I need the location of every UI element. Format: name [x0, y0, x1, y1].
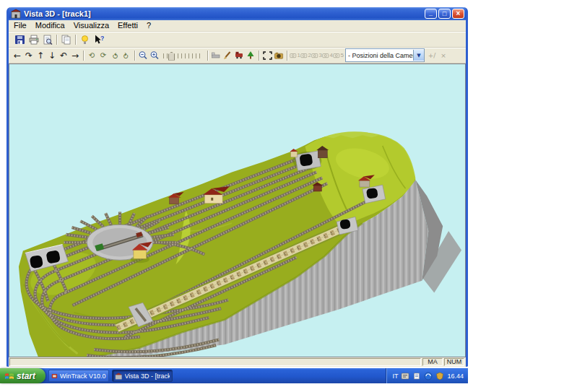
vista3d-icon: [115, 372, 123, 380]
tray-icon-1[interactable]: [401, 372, 409, 380]
language-indicator[interactable]: IT: [392, 373, 398, 380]
delete-camera-position-button[interactable]: ×: [438, 49, 448, 61]
context-help-button[interactable]: ?: [92, 33, 105, 45]
scenery-icon: [211, 51, 221, 60]
wintrack-icon: [51, 372, 58, 380]
arrow-undo-icon: ↶: [60, 51, 67, 60]
fullscreen-icon: [263, 51, 272, 60]
camera-position-dropdown[interactable]: - Posizioni della Camera - ▼: [345, 48, 425, 62]
3d-scene: .trkb{stroke:#79705e;stroke-width:4.2;fi…: [9, 64, 465, 357]
tilt-up-button[interactable]: ⟲: [110, 49, 120, 61]
zoom-out-button[interactable]: [138, 49, 148, 61]
save-button[interactable]: [14, 33, 26, 45]
tilt-up-icon: ⟲: [110, 52, 119, 58]
desktop: Vista 3D - [track1] _ □ × File Modifica …: [0, 0, 577, 392]
system-tray: IT 16.44: [386, 368, 468, 383]
chevron-down-icon[interactable]: ▼: [413, 50, 424, 61]
menu-effetti[interactable]: Effetti: [113, 20, 142, 31]
camera-preset-4-button[interactable]: 4: [322, 50, 333, 61]
camera-icon: [274, 51, 284, 61]
clock[interactable]: 16.44: [447, 373, 464, 380]
scenery-button[interactable]: [211, 49, 221, 61]
arrow-right-icon: →: [71, 51, 79, 60]
tray-icon-4[interactable]: [435, 372, 444, 380]
close-button[interactable]: ×: [452, 9, 464, 19]
house: [134, 251, 147, 259]
toolbar-separator: [287, 51, 287, 61]
menu-file[interactable]: File: [9, 20, 31, 31]
zoom-slider-thumb[interactable]: [168, 52, 175, 61]
zoom-in-button[interactable]: [149, 49, 160, 61]
camera-preset-icon: [300, 52, 308, 58]
camera-preset-icon: [290, 52, 297, 58]
minimize-button[interactable]: _: [425, 9, 437, 19]
menu-help[interactable]: ?: [142, 20, 155, 31]
camera-preset-5-button[interactable]: 5: [333, 50, 344, 61]
camera-preset-1-button[interactable]: 1: [290, 50, 300, 61]
show-trees-button[interactable]: [246, 49, 256, 61]
camera-preset-icon: [333, 52, 340, 58]
app-window: Vista 3D - [track1] _ □ × File Modifica …: [6, 7, 468, 367]
3d-viewport[interactable]: .trkb{stroke:#79705e;stroke-width:4.2;fi…: [9, 64, 466, 357]
show-trains-button[interactable]: [234, 49, 244, 61]
menu-bar: File Modifica Visualizza Effetti ?: [9, 20, 466, 32]
print-button[interactable]: [27, 33, 40, 45]
orbit-left-button[interactable]: ⟲: [87, 49, 97, 61]
arrow-left-icon: ←: [14, 51, 21, 60]
zoom-out-icon: [138, 51, 148, 60]
taskbar-task-wintrack[interactable]: WinTrack V10.0 - [tr...: [48, 370, 109, 382]
start-button[interactable]: start: [0, 368, 45, 383]
fullscreen-button[interactable]: [262, 49, 272, 61]
context-help-icon: ?: [93, 35, 104, 45]
rotate-right-icon: ⟳: [100, 51, 106, 60]
status-bar: MA NUM: [9, 357, 466, 367]
print-preview-button[interactable]: [41, 33, 53, 45]
tilt-down-button[interactable]: ⟳: [121, 49, 131, 61]
taskbar-task-vista3d[interactable]: Vista 3D - [track1]: [112, 370, 173, 382]
print-preview-icon: [42, 35, 53, 45]
zoom-in-icon: [149, 51, 160, 60]
tilt-down-icon: ⟳: [122, 52, 131, 58]
turn-right-button[interactable]: ↷: [24, 49, 34, 61]
camera-preset-icon: [322, 52, 329, 58]
zoom-slider[interactable]: [163, 51, 202, 61]
pan-right-button[interactable]: →: [70, 49, 80, 61]
pan-down-button[interactable]: ↓: [47, 49, 57, 61]
light-effects-button[interactable]: [79, 33, 91, 45]
arrow-redo-icon: ↷: [25, 51, 32, 60]
maximize-button[interactable]: □: [438, 9, 451, 19]
menu-visualizza[interactable]: Visualizza: [69, 20, 113, 31]
station-building: [204, 195, 222, 204]
copy-button[interactable]: [60, 33, 72, 45]
orbit-right-button[interactable]: ⟳: [98, 49, 108, 61]
toolbar-separator: [134, 51, 135, 61]
toolbar-separator: [83, 51, 84, 61]
toolbar-separator: [207, 51, 208, 61]
screenshot-button[interactable]: [274, 49, 284, 61]
tray-icon-2[interactable]: [412, 372, 421, 380]
tray-icon-3[interactable]: [424, 372, 433, 380]
pan-left-button[interactable]: ←: [12, 49, 22, 61]
rotate-left-icon: ⟲: [89, 51, 95, 60]
window-controls: _ □ ×: [425, 9, 464, 19]
svg-text:?: ?: [100, 35, 104, 42]
paint-texture-button[interactable]: [222, 49, 233, 61]
turn-left-button[interactable]: ↶: [58, 49, 69, 61]
camera-preset-3-button[interactable]: 3: [311, 50, 322, 61]
arrow-down-icon: ↓: [48, 51, 56, 60]
add-camera-position-button[interactable]: +/: [427, 49, 437, 61]
status-caps-indicator: MA: [422, 358, 443, 366]
window-title: Vista 3D - [track1]: [24, 9, 425, 18]
toolbar-separator: [56, 35, 57, 45]
view-toolbar: ← ↷ ↑ ↓ ↶ → ⟲ ⟳ ⟲ ⟳: [9, 48, 466, 64]
status-message: [9, 358, 421, 366]
pan-up-button[interactable]: ↑: [35, 49, 45, 61]
brush-icon: [222, 51, 233, 60]
toolbar-separator: [75, 35, 76, 45]
shed: [291, 152, 298, 157]
camera-preset-2-button[interactable]: 2: [300, 50, 311, 61]
menu-modifica[interactable]: Modifica: [31, 20, 69, 31]
toolbar-separator: [259, 51, 259, 61]
titlebar[interactable]: Vista 3D - [track1] _ □ ×: [9, 7, 466, 20]
shed: [170, 198, 179, 204]
